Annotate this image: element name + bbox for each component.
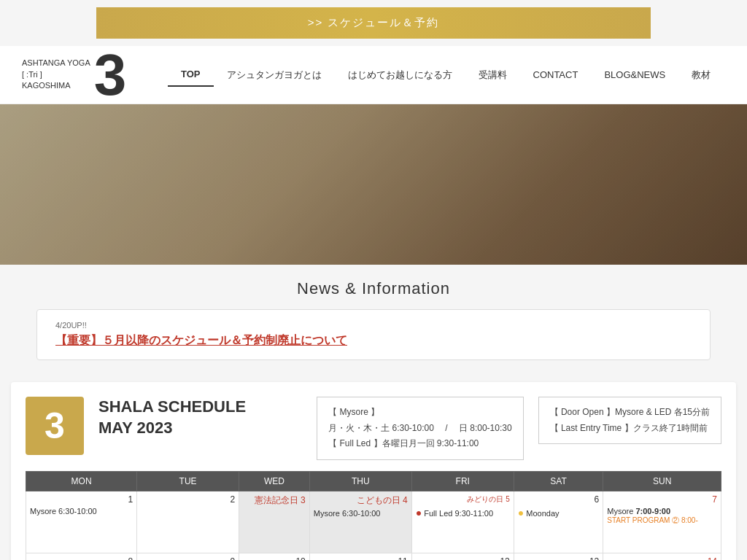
hero-overlay [0,104,747,265]
calendar-title-area: SHALA SCHEDULE MAY 2023 [98,397,302,438]
info-line3: 【 Full Led 】各曜日月一回 9:30-11:00 [328,436,511,452]
cell-may10: 10 [239,553,310,560]
cell-may9: 9 Mysore 6:30-10:00 ● Full Led 9:30-11:0… [137,553,239,560]
news-title: News & Information [0,279,747,298]
cell-may5: みどりの日 5 ● Full Led 9:30-11:00 [411,491,514,553]
cell-may8: 8 SORRY！SHALA CLOSE [26,553,137,560]
calendar-logo: 3 [26,397,84,455]
cell-may7: 7 Mysore 7:00-9:00 START PROGRAM ② 8:00- [603,491,721,553]
calendar-table: MON TUE WED THU FRI SAT SUN 1 Mysore 6:3… [26,471,721,560]
info-line2: 月・火・木・土 6:30-10:00 / 日 8:00-10:30 [328,421,511,437]
col-thu: THU [309,471,411,491]
news-card: 4/20UP!! 【重要】５月以降のスケジュール＆予約制廃止について [36,309,711,360]
nav-item-about[interactable]: アシュタンガヨガとは [214,63,335,88]
nav-item-contact[interactable]: CONTACT [520,63,592,86]
cell-may12: 12 [411,553,514,560]
calendar-section: 3 SHALA SCHEDULE MAY 2023 【 Mysore 】 月・火… [11,382,736,560]
col-sun: SUN [603,471,721,491]
cell-may14: 14 Mysore 7:00-9:00 START PROGRAM ③ 8:00… [603,553,721,560]
logo-text-block: ASHTANGA YOGA [ :Tri ] KAGOSHIMA [22,58,90,91]
cell-may2: 2 [137,491,239,553]
calendar-door-box: 【 Door Open 】Mysore & LED 各15分前 【 Last E… [538,397,721,444]
nav-item-top[interactable]: TOP [168,63,214,87]
cell-may3: 憲法記念日 3 [239,491,310,553]
nav-item-first-visit[interactable]: はじめてお越しになる方 [335,63,465,88]
info-line1: 【 Mysore 】 [328,405,511,421]
table-row: 8 SORRY！SHALA CLOSE 9 Mysore 6:30-10:00 … [26,553,721,560]
door-line2: 【 Last Entry Time 】クラス終了1時間前 [550,421,710,437]
nav-item-blog[interactable]: BLOG&NEWS [591,63,678,86]
logo-line2: [ :Tri ] [22,69,90,80]
calendar-title-line1: SHALA SCHEDULE [98,397,302,418]
calendar-info-box: 【 Mysore 】 月・火・木・土 6:30-10:00 / 日 8:00-1… [317,397,523,460]
news-link[interactable]: 【重要】５月以降のスケジュール＆予約制廃止について [55,333,692,349]
cell-may1: 1 Mysore 6:30-10:00 [26,491,137,553]
cell-may4: こどもの日 4 Mysore 6:30-10:00 [309,491,411,553]
cell-may11: 11 Mysore 6:30-10:00 [309,553,411,560]
logo-area: ASHTANGA YOGA [ :Tri ] KAGOSHIMA 3 [22,46,153,104]
calendar-title-line2: MAY 2023 [98,418,302,439]
logo-line1: ASHTANGA YOGA [22,58,90,69]
dot-yellow-icon: ● [518,507,524,518]
logo-number: 3 [94,46,127,104]
schedule-button[interactable]: >> スケジュール＆予約 [96,7,651,39]
col-mon: MON [26,471,137,491]
news-section: News & Information 4/20UP!! 【重要】５月以降のスケジ… [0,265,747,368]
news-date: 4/20UP!! [55,321,692,330]
col-wed: WED [239,471,310,491]
table-row: 1 Mysore 6:30-10:00 2 憲法記念日 3 こどもの日 4 My… [26,491,721,553]
cell-may13: 13 Mysore 6:30-10:00 [514,553,603,560]
logo-line3: KAGOSHIMA [22,80,90,91]
header: ASHTANGA YOGA [ :Tri ] KAGOSHIMA 3 TOP ア… [0,46,747,104]
col-sat: SAT [514,471,603,491]
col-tue: TUE [137,471,239,491]
cell-may6: 6 ● Moonday [514,491,603,553]
door-line1: 【 Door Open 】Mysore & LED 各15分前 [550,405,710,421]
dot-red-icon: ● [416,507,422,518]
col-fri: FRI [411,471,514,491]
top-banner: >> スケジュール＆予約 [0,0,747,46]
nav-item-materials[interactable]: 教材 [678,63,724,88]
calendar-header: 3 SHALA SCHEDULE MAY 2023 【 Mysore 】 月・火… [26,397,721,460]
main-nav: TOP アシュタンガヨガとは はじめてお越しになる方 受講料 CONTACT B… [153,63,725,88]
nav-item-fees[interactable]: 受講料 [465,63,520,88]
hero-image [0,104,747,265]
